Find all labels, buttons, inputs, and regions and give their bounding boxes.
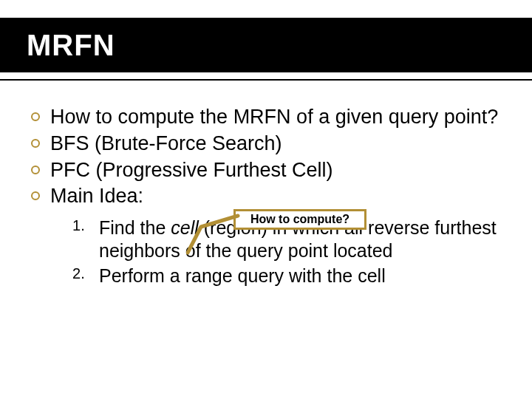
slide: MRFN How to compute the MRFN of a given … — [0, 0, 532, 399]
bullet-item: Main Idea: — [28, 184, 510, 209]
title-underline — [0, 79, 532, 81]
list-item: Perform a range query with the cell — [72, 265, 510, 287]
bullet-item: PFC (Progressive Furthest Cell) — [28, 158, 510, 183]
callout-box: How to compute? — [233, 209, 366, 230]
bullet-item: BFS (Brute-Force Search) — [28, 132, 510, 157]
bullet-item: How to compute the MRFN of a given query… — [28, 105, 510, 130]
title-band: MRFN — [0, 18, 532, 72]
slide-title: MRFN — [27, 29, 115, 62]
callout-pointer-icon — [186, 208, 245, 260]
step-text: Find the — [99, 217, 171, 238]
slide-body: How to compute the MRFN of a given query… — [28, 103, 510, 289]
